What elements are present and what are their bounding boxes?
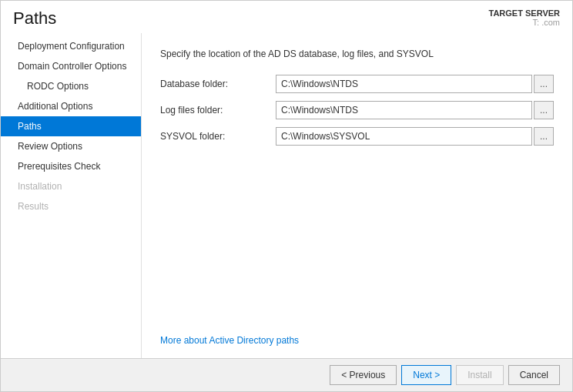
browse-button-sysvol-folder[interactable]: ...	[534, 127, 554, 146]
next-button[interactable]: Next >	[401, 365, 451, 385]
target-server-value: T: .com	[489, 18, 561, 27]
content-area: Specify the location of the AD DS databa…	[142, 33, 572, 358]
label-log-files-folder: Log files folder:	[160, 105, 276, 116]
sidebar: Deployment ConfigurationDomain Controlle…	[1, 33, 142, 358]
main-window: Paths TARGET SERVER T: .com Deployment C…	[0, 0, 573, 392]
form-row-database-folder: Database folder:...	[160, 75, 554, 93]
sidebar-item-deployment-configuration[interactable]: Deployment Configuration	[1, 36, 141, 56]
sidebar-item-results: Results	[1, 196, 141, 216]
content-description: Specify the location of the AD DS databa…	[160, 49, 554, 59]
sidebar-item-additional-options[interactable]: Additional Options	[1, 96, 141, 116]
input-group-sysvol-folder: ...	[276, 127, 554, 146]
sidebar-item-domain-controller-options[interactable]: Domain Controller Options	[1, 56, 141, 76]
sidebar-item-rodc-options[interactable]: RODC Options	[1, 76, 141, 96]
cancel-button[interactable]: Cancel	[508, 365, 560, 385]
label-sysvol-folder: SYSVOL folder:	[160, 131, 276, 142]
page-title: Paths	[13, 8, 56, 28]
sidebar-item-installation: Installation	[1, 176, 141, 196]
previous-button[interactable]: < Previous	[330, 365, 397, 385]
input-database-folder[interactable]	[276, 75, 532, 93]
input-sysvol-folder[interactable]	[276, 127, 532, 146]
sidebar-item-prerequisites-check[interactable]: Prerequisites Check	[1, 156, 141, 176]
form-rows: Database folder:...Log files folder:...S…	[160, 75, 554, 153]
input-group-log-files-folder: ...	[276, 101, 554, 119]
more-link[interactable]: More about Active Directory paths	[160, 335, 554, 346]
label-database-folder: Database folder:	[160, 79, 276, 89]
input-log-files-folder[interactable]	[276, 101, 532, 119]
target-server-label: TARGET SERVER	[489, 8, 561, 18]
sidebar-item-paths[interactable]: Paths	[1, 116, 141, 136]
body-row: Deployment ConfigurationDomain Controlle…	[1, 33, 572, 358]
input-group-database-folder: ...	[276, 75, 554, 93]
sidebar-item-review-options[interactable]: Review Options	[1, 136, 141, 156]
target-server-info: TARGET SERVER T: .com	[489, 8, 561, 27]
footer: < Previous Next > Install Cancel	[1, 358, 572, 391]
install-button: Install	[456, 365, 503, 385]
form-row-log-files-folder: Log files folder:...	[160, 101, 554, 119]
browse-button-log-files-folder[interactable]: ...	[534, 101, 554, 119]
header: Paths TARGET SERVER T: .com	[1, 1, 572, 33]
form-row-sysvol-folder: SYSVOL folder:...	[160, 127, 554, 146]
browse-button-database-folder[interactable]: ...	[534, 75, 554, 93]
